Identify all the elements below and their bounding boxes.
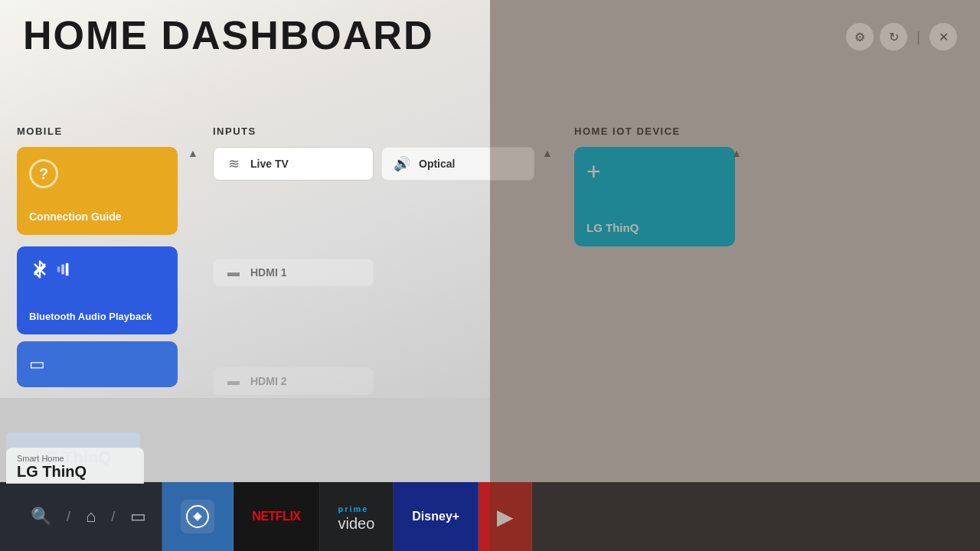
thinq-app-icon [181,500,214,533]
input-hdmi2[interactable]: ▬ HDMI 2 [213,367,374,395]
bluetooth-icons [29,259,165,280]
partial-icon: ▭ [29,354,45,374]
bluetooth-card[interactable]: Bluetooth Audio Playback [17,246,178,334]
smart-home-info: Smart Home LG ThinQ [6,448,144,484]
taskbar-nav: 🔍 / ⌂ / ▭ [15,482,162,551]
live-tv-label: Live TV [250,158,289,170]
prime-label: prime [338,504,369,514]
bluetooth-icon [29,259,51,280]
mobile-partial-card[interactable]: ▭ [17,341,178,387]
mobile-section-label: MOBILE [17,124,63,138]
disney-label: Disney+ [412,510,459,523]
bluetooth-label: Bluetooth Audio Playback [29,311,165,322]
netflix-label: NETFLIX [252,510,300,523]
input-hdmi1[interactable]: ▬ HDMI 1 [213,259,374,286]
optical-icon: 🔊 [393,155,411,172]
optical-label: Optical [419,158,455,170]
taskbar-thinq-app[interactable] [162,482,234,551]
mobile-scroll-up[interactable]: ▲ [188,147,198,159]
hdmi2-label: HDMI 2 [250,375,286,387]
live-tv-icon: ≋ [224,155,243,172]
audio-playback-icon [55,261,72,278]
search-button[interactable]: 🔍 [31,507,51,527]
prime-label-container: prime video [338,501,375,533]
svg-rect-2 [66,263,69,276]
taskbar-disney-app[interactable]: Disney+ [394,482,479,551]
svg-rect-0 [57,266,60,272]
nav-divider-2: / [111,509,115,525]
nav-divider-1: / [67,509,70,525]
search-icon: 🔍 [31,507,51,527]
connection-guide-label: Connection Guide [29,210,165,223]
smart-home-label: Smart Home [17,454,133,463]
hdmi2-icon: ▬ [224,374,243,388]
home-button[interactable]: ⌂ [86,507,96,527]
svg-point-4 [195,514,200,519]
smart-home-title: LG ThinQ [17,463,133,481]
connection-guide-icon: ? [29,159,58,188]
person-scene [490,0,980,551]
thinq-app-content [181,500,214,533]
hdmi1-label: HDMI 1 [250,266,286,279]
taskbar-netflix-app[interactable]: NETFLIX [234,482,319,551]
hdmi1-icon: ▬ [224,266,243,279]
prime-video-label: video [338,515,375,533]
inputs-section-label: INPUTS [213,124,256,138]
connection-guide-card[interactable]: ? Connection Guide [17,147,178,235]
taskbar-prime-app[interactable]: prime video [320,482,394,551]
svg-rect-1 [61,265,64,275]
home-icon: ⌂ [86,507,96,527]
input-live-tv[interactable]: ≋ Live TV [213,147,374,181]
screen-button[interactable]: ▭ [130,507,146,527]
thinq-svg-icon [185,504,210,529]
screen-icon: ▭ [130,507,146,527]
page-title: HOME DASHBOARD [23,15,433,55]
